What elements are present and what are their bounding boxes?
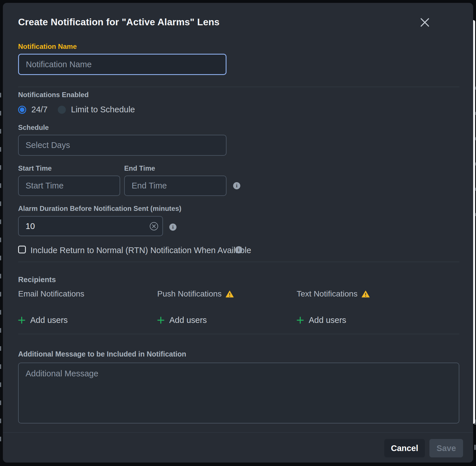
duration-info-icon[interactable]: i (169, 224, 176, 231)
divider (18, 262, 459, 262)
notifications-enabled-label: Notifications Enabled (18, 91, 89, 99)
email-notifications-header: Email Notifications (18, 289, 84, 299)
time-info-icon[interactable]: i (233, 182, 240, 189)
radio-option-limit-to-schedule[interactable]: Limit to Schedule (58, 105, 135, 114)
add-users-label: Add users (309, 315, 346, 325)
footer-divider (3, 432, 473, 433)
schedule-days-input[interactable] (18, 135, 227, 156)
add-users-push-button[interactable]: Add users (157, 315, 207, 325)
divider (18, 87, 459, 87)
additional-message-textarea[interactable] (18, 363, 459, 423)
create-notification-modal: Create Notification for "Active Alarms" … (3, 3, 473, 463)
alarm-duration-field (18, 216, 163, 236)
warning-icon (226, 290, 234, 298)
notification-name-label: Notification Name (18, 43, 77, 51)
clear-circle-icon[interactable] (149, 222, 158, 231)
schedule-label: Schedule (18, 124, 49, 132)
warning-icon (362, 290, 370, 298)
alarm-duration-input[interactable] (18, 216, 163, 236)
recipients-heading: Recipients (18, 275, 56, 284)
divider (18, 334, 459, 334)
end-time-label: End Time (124, 164, 155, 172)
add-users-text-button[interactable]: Add users (297, 315, 346, 325)
end-time-input[interactable] (124, 176, 227, 196)
rtn-info-icon[interactable]: i (235, 246, 242, 253)
start-time-input[interactable] (18, 176, 120, 196)
cancel-button[interactable]: Cancel (384, 439, 425, 457)
alarm-duration-label: Alarm Duration Before Notification Sent … (18, 205, 181, 213)
additional-message-label: Additional Message to be Included in Not… (18, 350, 186, 358)
radio-selected-icon[interactable] (18, 106, 26, 114)
radio-label: 24/7 (31, 105, 47, 114)
close-button[interactable] (419, 17, 431, 28)
plus-icon (157, 317, 164, 324)
notification-name-input[interactable] (18, 54, 227, 75)
radio-option-24-7[interactable]: 24/7 (18, 105, 47, 114)
close-icon (420, 18, 430, 27)
column-label: Email Notifications (18, 289, 84, 299)
rtn-checkbox-label: Include Return to Normal (RTN) Notificat… (30, 246, 251, 255)
push-notifications-header: Push Notifications (157, 289, 234, 299)
additional-message-field (18, 363, 459, 423)
occluded-page-left-fragments (0, 93, 1, 455)
start-time-label: Start Time (18, 164, 52, 172)
radio-label: Limit to Schedule (71, 105, 135, 114)
column-label: Text Notifications (297, 289, 358, 299)
text-notifications-header: Text Notifications (297, 289, 370, 299)
plus-icon (297, 317, 304, 324)
modal-title: Create Notification for "Active Alarms" … (18, 17, 220, 28)
add-users-label: Add users (169, 315, 207, 325)
rtn-checkbox[interactable] (18, 246, 26, 253)
radio-unselected-icon[interactable] (58, 106, 66, 114)
save-button[interactable]: Save (429, 439, 463, 457)
plus-icon (18, 317, 25, 324)
add-users-label: Add users (30, 315, 68, 325)
occluded-text-fragment (474, 445, 476, 450)
column-label: Push Notifications (157, 289, 222, 299)
add-users-email-button[interactable]: Add users (18, 315, 68, 325)
